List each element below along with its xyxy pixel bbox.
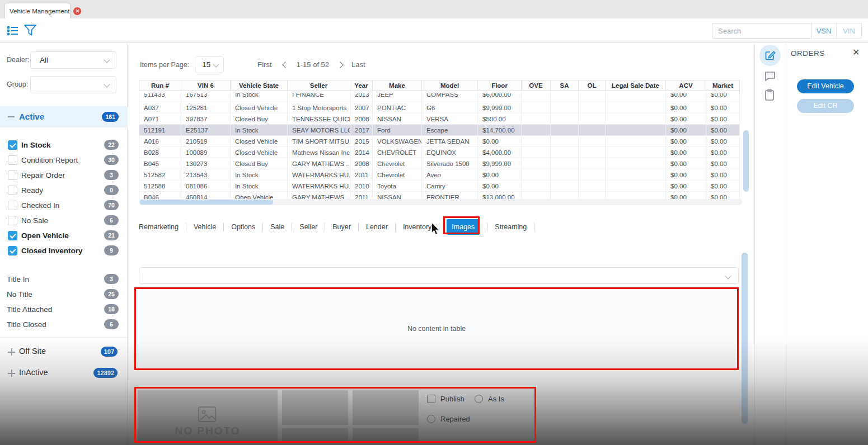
- table-row[interactable]: 512191E25137In StockSEAY MOTORS LLC2017F…: [139, 125, 740, 136]
- photo-thumbnail-placeholder[interactable]: [353, 428, 419, 442]
- photo-thumbnail-placeholder[interactable]: [282, 390, 348, 425]
- column-header[interactable]: Model: [422, 81, 478, 91]
- column-header[interactable]: Make: [373, 81, 422, 91]
- horizontal-scrollbar-track[interactable]: [139, 199, 742, 205]
- filter-row[interactable]: Checked In70: [0, 198, 128, 213]
- filter-checkbox[interactable]: [8, 216, 17, 225]
- filter-row[interactable]: Ready0: [0, 183, 128, 198]
- browser-tab[interactable]: Vehicle Management ✕: [4, 3, 71, 18]
- tab-options[interactable]: Options: [231, 223, 255, 231]
- items-per-page-select[interactable]: 15: [195, 56, 224, 73]
- tab-close-icon[interactable]: ✕: [73, 7, 81, 15]
- tab-inventory[interactable]: Inventory: [403, 223, 431, 231]
- cell-value: [579, 102, 606, 113]
- close-icon[interactable]: ✕: [852, 47, 860, 58]
- list-view-icon[interactable]: [7, 25, 19, 39]
- filter-row[interactable]: No Title25: [0, 287, 128, 302]
- group-label: Group:: [7, 81, 28, 88]
- tab-remarketing[interactable]: Remarketing: [139, 223, 179, 231]
- filter-row[interactable]: In Stock22: [0, 138, 128, 153]
- previous-page-icon[interactable]: [282, 61, 288, 68]
- column-header[interactable]: SA: [551, 81, 579, 91]
- vin-button[interactable]: VIN: [837, 23, 862, 39]
- filter-checkbox[interactable]: [8, 201, 17, 210]
- cell-value: B045: [139, 158, 181, 169]
- photo-thumbnail-placeholder[interactable]: [282, 428, 348, 442]
- cell-value: TIM SHORT MITSU...: [288, 136, 350, 147]
- tab-lender[interactable]: Lender: [366, 223, 388, 231]
- vsn-button[interactable]: VSN: [811, 23, 837, 39]
- tab-sale[interactable]: Sale: [270, 223, 284, 231]
- search-input[interactable]: [712, 23, 811, 39]
- photo-thumbnail-placeholder[interactable]: [353, 390, 419, 425]
- tab-streaming[interactable]: Streaming: [495, 223, 527, 231]
- column-header[interactable]: VIN 6: [181, 81, 231, 91]
- publish-checkbox[interactable]: [427, 395, 435, 403]
- cell-value: [551, 169, 579, 181]
- edit-panel-button[interactable]: [759, 45, 781, 66]
- expand-icon[interactable]: [8, 348, 15, 356]
- cell-value: [579, 158, 606, 169]
- filter-checkbox[interactable]: [8, 186, 17, 195]
- table-row[interactable]: A037125281Closed Vehicle1 Stop Motorspor…: [139, 102, 740, 113]
- table-row-partial[interactable]: 511433167513In StockI FINANCE2013JEEPCOM…: [139, 91, 740, 102]
- tab-images[interactable]: Images: [447, 219, 480, 235]
- expand-icon[interactable]: [8, 370, 15, 377]
- column-header[interactable]: Run #: [139, 81, 181, 91]
- sidebar-section-offsite[interactable]: Off Site 107: [0, 345, 128, 359]
- tab-seller[interactable]: Seller: [299, 223, 317, 231]
- column-header[interactable]: Seller: [288, 81, 350, 91]
- tab-divider: [292, 223, 292, 231]
- tab-buyer[interactable]: Buyer: [332, 223, 351, 231]
- last-page-button[interactable]: Last: [351, 60, 365, 69]
- detail-vertical-scrollbar[interactable]: [742, 253, 748, 424]
- collapse-icon[interactable]: [8, 116, 15, 117]
- filter-row[interactable]: Open Vehicle21: [0, 228, 128, 243]
- filter-checkbox[interactable]: [8, 171, 17, 180]
- table-row[interactable]: B028100089Closed VehicleMathews Nissan I…: [139, 147, 740, 158]
- repaired-radio[interactable]: [427, 415, 435, 423]
- filter-checkbox[interactable]: [8, 231, 17, 240]
- table-row[interactable]: A071397837Closed BuyTENNESSEE QUICK...20…: [139, 113, 740, 125]
- tab-vehicle[interactable]: Vehicle: [194, 223, 216, 231]
- filter-checkbox[interactable]: [8, 155, 17, 165]
- sidebar-section-active[interactable]: Active 161: [0, 106, 128, 127]
- filter-row[interactable]: Title Closed6: [0, 317, 128, 332]
- filter-checkbox[interactable]: [8, 246, 17, 255]
- next-page-icon[interactable]: [337, 61, 343, 68]
- table-row[interactable]: B045130273Closed BuyGARY MATHEWS ...2008…: [139, 158, 740, 169]
- clipboard-icon[interactable]: [764, 89, 775, 103]
- comments-icon[interactable]: [764, 71, 776, 84]
- column-header[interactable]: ACV: [666, 81, 706, 91]
- table-row[interactable]: A016210519Closed VehicleTIM SHORT MITSU.…: [139, 136, 740, 147]
- table-row[interactable]: 512588081086In StockWATERMARKS HU...2010…: [139, 181, 740, 192]
- column-header[interactable]: Year: [350, 81, 373, 91]
- column-header[interactable]: Market: [706, 81, 740, 91]
- edit-cr-button[interactable]: Edit CR: [797, 99, 854, 113]
- edit-vehicle-button[interactable]: Edit Vehicle: [797, 79, 854, 93]
- filter-row[interactable]: No Sale6: [0, 213, 128, 228]
- filter-checkbox[interactable]: [8, 140, 17, 150]
- column-header[interactable]: OVE: [522, 81, 551, 91]
- filter-row[interactable]: Condition Report30: [0, 153, 128, 168]
- filter-row[interactable]: Title In3: [0, 272, 128, 287]
- cell-value: CHEVROLET: [373, 147, 422, 158]
- images-dropdown[interactable]: [139, 267, 739, 284]
- sidebar-section-inactive[interactable]: InActive 12892: [0, 367, 128, 380]
- column-header[interactable]: Vehicle State: [231, 81, 288, 91]
- table-row[interactable]: 512582213543In StockWATERMARKS HU...2011…: [139, 169, 740, 181]
- main-photo-placeholder[interactable]: NO PHOTO: [138, 390, 278, 442]
- horizontal-scrollbar-thumb[interactable]: [140, 200, 273, 205]
- as-is-radio[interactable]: [475, 395, 483, 403]
- column-header[interactable]: Legal Sale Date: [606, 81, 666, 91]
- dealer-select[interactable]: All: [30, 51, 116, 69]
- group-select[interactable]: [30, 76, 116, 93]
- column-header[interactable]: Floor: [478, 81, 522, 91]
- table-vertical-scrollbar[interactable]: [743, 130, 749, 192]
- filter-icon[interactable]: [24, 23, 37, 40]
- filter-row[interactable]: Repair Order3: [0, 168, 128, 183]
- column-header[interactable]: OL: [579, 81, 606, 91]
- filter-row[interactable]: Closed Inventory9: [0, 243, 128, 258]
- first-page-button[interactable]: First: [257, 60, 271, 69]
- filter-row[interactable]: Title Attached18: [0, 302, 128, 317]
